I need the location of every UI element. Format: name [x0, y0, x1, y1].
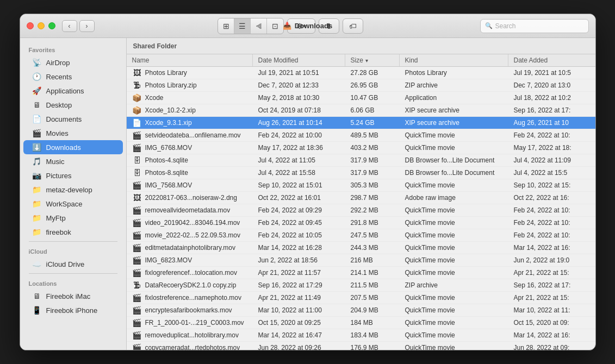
sidebar-item-icloud-drive[interactable]: ☁️ iCloud Drive	[23, 257, 123, 271]
table-row[interactable]: 📦 Xcode May 2, 2018 at 10:30 10.47 GB Ap…	[127, 92, 595, 104]
table-row[interactable]: 🖼 20220817-063...noiseraw-2.dng Oct 22, …	[127, 192, 595, 204]
cell-date-added: Mar 10, 2022 at 11:	[508, 304, 595, 316]
maximize-button[interactable]	[48, 22, 55, 29]
file-icon: 📦	[132, 106, 142, 115]
cell-date-modified: Feb 24, 2022 at 10:00	[253, 129, 345, 141]
table-row[interactable]: 🎬 movie_2022-02...5 22.09.53.mov Feb 24,…	[127, 229, 595, 242]
table-row[interactable]: 🎬 setvideodateba...onfilename.mov Feb 24…	[127, 129, 595, 142]
titlebar: ‹ › ⊞ ☰ ⫷ ⊡ ⚙ ▾ ⬆ 🏷 📥 Downloads 🔍 Search	[20, 14, 595, 38]
table-row[interactable]: 🎬 fixlogreferencef...tolocation.mov Apr …	[127, 267, 595, 279]
table-row[interactable]: 🗄 Photos-4.sqlite Jul 4, 2022 at 11:05 3…	[127, 154, 595, 167]
file-icon: 🎬	[132, 143, 142, 152]
file-name: Photos Library.zip	[145, 81, 197, 89]
file-name: setvideodateba...onfilename.mov	[145, 131, 241, 139]
main-content: Favorites 📡 AirDrop 🕐 Recents 🚀 Applicat…	[20, 38, 595, 350]
col-date-modified[interactable]: Date Modified	[253, 54, 345, 66]
forward-button[interactable]: ›	[79, 20, 95, 32]
sidebar-item-fireebok-imac[interactable]: 🖥 Fireebok iMac	[23, 289, 123, 303]
col-date-added[interactable]: Date Added	[508, 54, 595, 66]
table-row[interactable]: 🗜 Photos Library.zip Dec 7, 2020 at 12:3…	[127, 79, 595, 92]
cell-size: 207.5 MB	[345, 292, 400, 304]
table-row[interactable]: 🎬 editmetadatainphotolibrary.mov Mar 14,…	[127, 242, 595, 254]
file-icon: 🎬	[132, 243, 142, 252]
file-icon: 🎬	[132, 306, 142, 315]
table-row[interactable]: 🗄 Photos-8.sqlite Jul 4, 2022 at 15:58 3…	[127, 167, 595, 179]
sidebar-item-fireebok[interactable]: 📁 fireebok	[23, 225, 123, 239]
sidebar-item-music[interactable]: 🎵 Music	[23, 154, 123, 168]
sidebar-item-desktop[interactable]: 🖥 Desktop	[23, 98, 123, 112]
sidebar-item-workspace[interactable]: 📁 WorkSpace	[23, 197, 123, 211]
sidebar-item-documents[interactable]: 📄 Documents	[23, 112, 123, 126]
documents-icon: 📄	[32, 114, 42, 124]
table-row[interactable]: 🎬 FR_1_2000-01-...219_C0003.mov Oct 15, …	[127, 317, 595, 329]
file-icon: 🎬	[132, 181, 142, 190]
file-icon: 🖼	[132, 68, 142, 77]
search-icon: 🔍	[485, 22, 493, 29]
file-name: removeallvideometadata.mov	[145, 206, 231, 214]
table-row[interactable]: 🎬 removeallvideometadata.mov Feb 24, 202…	[127, 204, 595, 217]
sidebar-item-fireebok-iphone[interactable]: 📱 Fireebok iPhone	[23, 303, 123, 317]
sort-arrow-icon: ▾	[365, 58, 368, 64]
cell-date-added: Jul 4, 2022 at 11:09	[508, 154, 595, 166]
column-view-button[interactable]: ⫷	[251, 18, 267, 34]
table-row[interactable]: 🎬 fixlostreference...namephoto.mov Apr 2…	[127, 292, 595, 304]
table-row[interactable]: 📦 Xcode_10.2-2.xip Oct 24, 2019 at 07:18…	[127, 104, 595, 117]
table-row[interactable]: 🖼 Photos Library Jul 19, 2021 at 10:51 2…	[127, 67, 595, 79]
icon-view-button[interactable]: ⊞	[218, 18, 234, 34]
table-row[interactable]: 🎬 IMG_6768.MOV May 17, 2022 at 18:36 403…	[127, 142, 595, 154]
table-row[interactable]: 🎬 IMG_6823.MOV Jun 2, 2022 at 18:56 216 …	[127, 254, 595, 267]
close-button[interactable]	[27, 22, 34, 29]
tag-button[interactable]: 🏷	[343, 18, 363, 34]
minimize-button[interactable]	[38, 22, 45, 29]
sidebar-item-label: Fireebok iMac	[46, 292, 91, 300]
file-icon: 🎬	[132, 331, 142, 340]
sidebar-item-applications[interactable]: 🚀 Applications	[23, 84, 123, 98]
sidebar-item-downloads[interactable]: ⬇️ Downloads	[23, 140, 123, 154]
table-row[interactable]: 🗜 DataRecoerySDK2.1.0 copy.zip Sep 16, 2…	[127, 279, 595, 292]
file-icon: 🎬	[132, 206, 142, 215]
file-name: fixlogreferencef...tolocation.mov	[145, 269, 237, 277]
cell-name: 🎬 editmetadatainphotolibrary.mov	[127, 242, 253, 254]
col-kind[interactable]: Kind	[400, 54, 508, 66]
file-icon: 🎬	[132, 231, 142, 240]
search-box[interactable]: 🔍 Search	[480, 19, 589, 33]
folder-icon: 📁	[32, 213, 42, 223]
cell-date-modified: May 17, 2022 at 18:36	[253, 142, 345, 154]
file-name: encryptesafaribookmarks.mov	[145, 306, 232, 314]
table-row[interactable]: 🎬 copycameradat...rtedphotos.mov Jun 28,…	[127, 342, 595, 350]
sidebar-item-label: Movies	[46, 129, 69, 137]
cell-name: 🖼 20220817-063...noiseraw-2.dng	[127, 192, 253, 204]
file-name: FR_1_2000-01-...219_C0003.mov	[145, 319, 244, 327]
sidebar-item-label: Pictures	[46, 172, 72, 180]
table-row[interactable]: 🎬 video_2019042...83046.194.mov Feb 24, …	[127, 217, 595, 229]
table-row[interactable]: 📄 Xcode_9.3.1.xip Aug 26, 2021 at 10:14 …	[127, 117, 595, 129]
sidebar-item-pictures[interactable]: 📷 Pictures	[23, 168, 123, 183]
sidebar-item-myftp[interactable]: 📁 MyFtp	[23, 211, 123, 225]
table-row[interactable]: 🎬 IMG_7568.MOV Sep 10, 2022 at 15:01 305…	[127, 179, 595, 192]
sidebar-item-metaz[interactable]: 📁 metaz-develop	[23, 183, 123, 197]
cell-size: 317.9 MB	[345, 154, 400, 166]
cell-size: 247.5 MB	[345, 229, 400, 241]
col-size[interactable]: Size ▾	[345, 54, 400, 66]
sidebar-item-recents[interactable]: 🕐 Recents	[23, 70, 123, 84]
col-name[interactable]: Name	[127, 54, 253, 66]
cell-date-modified: Apr 21, 2022 at 11:57	[253, 267, 345, 279]
sidebar-item-label: Downloads	[46, 143, 81, 152]
table-row[interactable]: 🎬 removeduplicat...hotolibrary.mov Mar 1…	[127, 329, 595, 342]
cell-name: 📄 Xcode_9.3.1.xip	[127, 117, 253, 129]
sidebar-item-movies[interactable]: 🎬 Movies	[23, 126, 123, 140]
list-view-button[interactable]: ☰	[234, 18, 251, 34]
icloud-icon: ☁️	[32, 259, 42, 269]
cell-date-modified: Jul 19, 2021 at 10:51	[253, 67, 345, 79]
sidebar-item-airdrop[interactable]: 📡 AirDrop	[23, 55, 123, 70]
cell-date-modified: Jun 2, 2022 at 18:56	[253, 254, 345, 266]
gallery-view-button[interactable]: ⊡	[267, 18, 283, 34]
cell-name: 🗜 DataRecoerySDK2.1.0 copy.zip	[127, 279, 253, 291]
traffic-lights	[27, 22, 55, 29]
table-row[interactable]: 🎬 encryptesafaribookmarks.mov Mar 10, 20…	[127, 304, 595, 317]
view-mode-group: ⊞ ☰ ⫷ ⊡	[218, 18, 284, 34]
cell-kind: DB Browser fo...Lite Document	[400, 167, 508, 179]
back-button[interactable]: ‹	[62, 20, 77, 32]
cell-date-added: Mar 14, 2022 at 16:	[508, 242, 595, 254]
cell-name: 🎬 movie_2022-02...5 22.09.53.mov	[127, 229, 253, 241]
